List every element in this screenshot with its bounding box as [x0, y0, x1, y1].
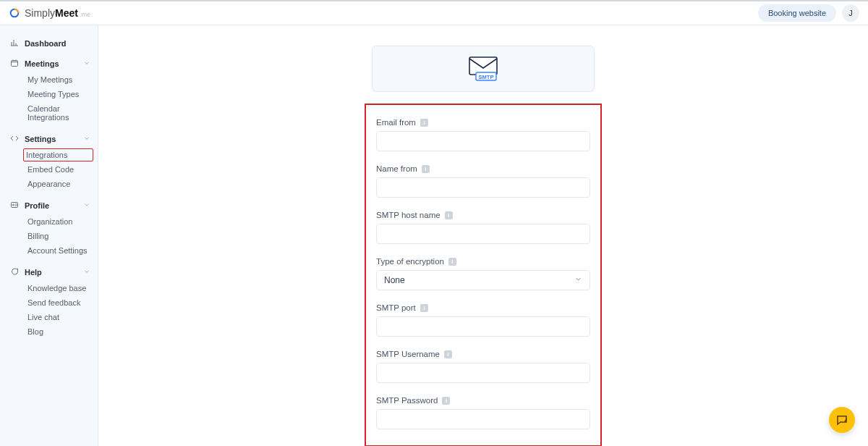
name-from-label: Name from i [376, 164, 590, 173]
avatar[interactable]: J [842, 4, 859, 22]
svg-text:SMTP: SMTP [479, 74, 494, 80]
sidebar-label: Settings [25, 135, 56, 143]
brand-logo-icon [9, 7, 20, 19]
chevron-down-icon [83, 59, 90, 68]
sidebar-item-blog[interactable]: Blog [25, 325, 98, 338]
smtp-password-input[interactable] [376, 409, 590, 429]
sidebar-item-appearance[interactable]: Appearance [25, 177, 98, 190]
sidebar-item-integrations[interactable]: Integrations [23, 148, 93, 161]
chat-icon [10, 267, 19, 277]
chevron-down-icon [83, 135, 90, 143]
sidebar-label: Profile [25, 201, 49, 210]
sidebar-item-dashboard[interactable]: Dashboard [0, 35, 98, 51]
info-icon[interactable]: i [420, 304, 428, 312]
sidebar-item-calendar-integrations[interactable]: Calendar Integrations [25, 102, 98, 124]
chevron-down-icon [83, 268, 90, 277]
info-icon[interactable]: i [444, 350, 452, 358]
name-from-input[interactable] [376, 177, 590, 198]
sidebar-item-organization[interactable]: Organization [25, 215, 98, 228]
sidebar-item-meetings[interactable]: Meetings [0, 56, 98, 72]
svg-point-3 [13, 204, 14, 206]
calendar-icon [10, 59, 19, 69]
sidebar-label: Dashboard [25, 39, 66, 48]
smtp-username-input[interactable] [376, 363, 590, 383]
sidebar: Dashboard Meetings My Meetings Meeting [0, 25, 98, 446]
smtp-port-label: SMTP port i [376, 303, 590, 312]
sidebar-item-account-settings[interactable]: Account Settings [25, 244, 98, 257]
smtp-form-card: Email from i Name from i SMTP host name … [365, 104, 602, 446]
id-card-icon [10, 201, 19, 211]
booking-website-button[interactable]: Booking website [758, 4, 836, 22]
svg-rect-1 [12, 61, 18, 67]
sidebar-item-send-feedback[interactable]: Send feedback [25, 296, 98, 309]
smtp-username-label: SMTP Username i [376, 350, 590, 358]
chevron-down-icon [574, 275, 582, 285]
smtp-host-input[interactable] [376, 224, 590, 244]
smtp-host-label: SMTP host name i [376, 211, 590, 219]
smtp-password-label: SMTP Password i [376, 396, 590, 405]
topbar: SimplyMeet.me Booking website J [0, 1, 868, 25]
sidebar-item-knowledge-base[interactable]: Knowledge base [25, 282, 98, 295]
chat-bubble-icon [835, 413, 848, 426]
topbar-right: Booking website J [758, 4, 859, 22]
sidebar-item-meeting-types[interactable]: Meeting Types [25, 88, 98, 101]
brand[interactable]: SimplyMeet.me [9, 7, 90, 19]
support-chat-fab[interactable] [829, 407, 855, 433]
sidebar-label: Meetings [25, 59, 59, 68]
chevron-down-icon [83, 201, 90, 210]
info-icon[interactable]: i [422, 165, 430, 173]
info-icon[interactable]: i [448, 258, 456, 266]
sidebar-item-billing[interactable]: Billing [25, 230, 98, 243]
sidebar-item-profile[interactable]: Profile [0, 198, 98, 214]
smtp-envelope-icon: SMTP [469, 56, 498, 81]
info-icon[interactable]: i [420, 119, 428, 127]
encryption-selected-value: None [384, 275, 405, 285]
sidebar-item-my-meetings[interactable]: My Meetings [25, 73, 98, 86]
brand-wordmark: SimplyMeet.me [25, 7, 90, 19]
sidebar-item-help[interactable]: Help [0, 264, 98, 280]
info-icon[interactable]: i [442, 397, 450, 405]
sidebar-label: Help [25, 268, 42, 277]
encryption-label: Type of encryption i [376, 257, 590, 266]
encryption-select[interactable]: None [376, 270, 590, 290]
info-icon[interactable]: i [445, 211, 453, 219]
sidebar-item-settings[interactable]: Settings [0, 131, 98, 147]
email-from-label: Email from i [376, 118, 590, 127]
code-icon [10, 134, 19, 144]
sidebar-item-embed-code[interactable]: Embed Code [25, 163, 98, 176]
main-content: SMTP Email from i Name from i [98, 25, 868, 446]
chart-bar-icon [10, 38, 19, 49]
smtp-hero-card: SMTP [372, 46, 595, 92]
sidebar-item-live-chat[interactable]: Live chat [25, 311, 98, 324]
email-from-input[interactable] [376, 131, 590, 151]
smtp-port-input[interactable] [376, 316, 590, 337]
